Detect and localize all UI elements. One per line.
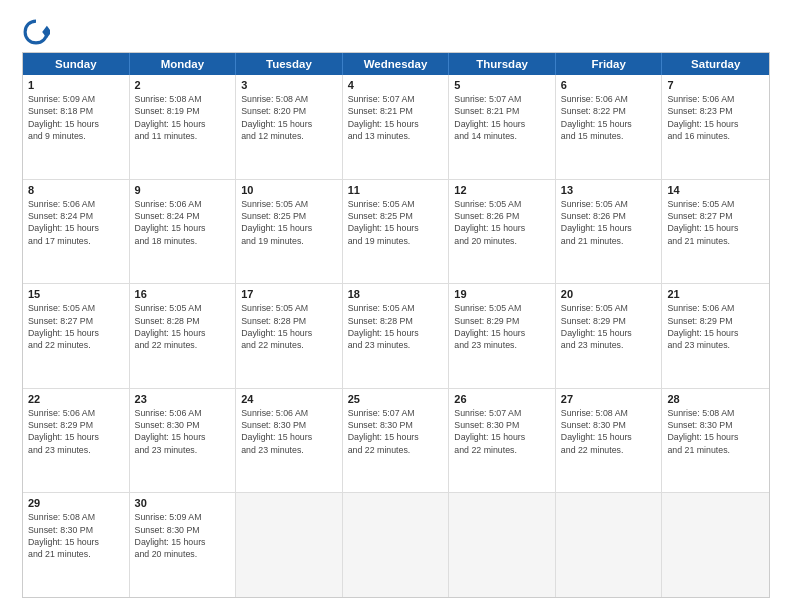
calendar-cell: 12Sunrise: 5:05 AMSunset: 8:26 PMDayligh… bbox=[449, 180, 556, 284]
cell-day-number: 24 bbox=[241, 393, 337, 405]
cell-day-number: 9 bbox=[135, 184, 231, 196]
cell-sun-info: Sunrise: 5:06 AMSunset: 8:30 PMDaylight:… bbox=[135, 407, 231, 456]
calendar-cell bbox=[343, 493, 450, 597]
cell-sun-info: Sunrise: 5:09 AMSunset: 8:30 PMDaylight:… bbox=[135, 511, 231, 560]
cell-day-number: 8 bbox=[28, 184, 124, 196]
calendar-cell bbox=[556, 493, 663, 597]
cell-day-number: 22 bbox=[28, 393, 124, 405]
cell-day-number: 13 bbox=[561, 184, 657, 196]
header-day-sunday: Sunday bbox=[23, 53, 130, 75]
calendar-row-3: 15Sunrise: 5:05 AMSunset: 8:27 PMDayligh… bbox=[23, 283, 769, 388]
cell-sun-info: Sunrise: 5:05 AMSunset: 8:27 PMDaylight:… bbox=[28, 302, 124, 351]
cell-day-number: 16 bbox=[135, 288, 231, 300]
cell-day-number: 18 bbox=[348, 288, 444, 300]
cell-day-number: 30 bbox=[135, 497, 231, 509]
calendar-row-4: 22Sunrise: 5:06 AMSunset: 8:29 PMDayligh… bbox=[23, 388, 769, 493]
cell-day-number: 23 bbox=[135, 393, 231, 405]
calendar-cell: 19Sunrise: 5:05 AMSunset: 8:29 PMDayligh… bbox=[449, 284, 556, 388]
calendar-row-2: 8Sunrise: 5:06 AMSunset: 8:24 PMDaylight… bbox=[23, 179, 769, 284]
cell-day-number: 21 bbox=[667, 288, 764, 300]
cell-sun-info: Sunrise: 5:08 AMSunset: 8:30 PMDaylight:… bbox=[28, 511, 124, 560]
cell-sun-info: Sunrise: 5:05 AMSunset: 8:29 PMDaylight:… bbox=[454, 302, 550, 351]
cell-day-number: 11 bbox=[348, 184, 444, 196]
calendar-cell: 10Sunrise: 5:05 AMSunset: 8:25 PMDayligh… bbox=[236, 180, 343, 284]
header-day-friday: Friday bbox=[556, 53, 663, 75]
cell-day-number: 5 bbox=[454, 79, 550, 91]
cell-sun-info: Sunrise: 5:06 AMSunset: 8:29 PMDaylight:… bbox=[667, 302, 764, 351]
cell-sun-info: Sunrise: 5:05 AMSunset: 8:26 PMDaylight:… bbox=[561, 198, 657, 247]
cell-day-number: 19 bbox=[454, 288, 550, 300]
calendar: SundayMondayTuesdayWednesdayThursdayFrid… bbox=[22, 52, 770, 598]
cell-sun-info: Sunrise: 5:06 AMSunset: 8:22 PMDaylight:… bbox=[561, 93, 657, 142]
cell-sun-info: Sunrise: 5:05 AMSunset: 8:25 PMDaylight:… bbox=[348, 198, 444, 247]
calendar-cell: 28Sunrise: 5:08 AMSunset: 8:30 PMDayligh… bbox=[662, 389, 769, 493]
calendar-cell: 26Sunrise: 5:07 AMSunset: 8:30 PMDayligh… bbox=[449, 389, 556, 493]
cell-sun-info: Sunrise: 5:07 AMSunset: 8:21 PMDaylight:… bbox=[348, 93, 444, 142]
calendar-cell: 11Sunrise: 5:05 AMSunset: 8:25 PMDayligh… bbox=[343, 180, 450, 284]
cell-day-number: 15 bbox=[28, 288, 124, 300]
calendar-cell: 9Sunrise: 5:06 AMSunset: 8:24 PMDaylight… bbox=[130, 180, 237, 284]
cell-sun-info: Sunrise: 5:06 AMSunset: 8:29 PMDaylight:… bbox=[28, 407, 124, 456]
cell-day-number: 12 bbox=[454, 184, 550, 196]
calendar-cell bbox=[236, 493, 343, 597]
cell-day-number: 27 bbox=[561, 393, 657, 405]
header bbox=[22, 18, 770, 46]
cell-day-number: 2 bbox=[135, 79, 231, 91]
cell-sun-info: Sunrise: 5:05 AMSunset: 8:26 PMDaylight:… bbox=[454, 198, 550, 247]
cell-day-number: 26 bbox=[454, 393, 550, 405]
calendar-cell: 1Sunrise: 5:09 AMSunset: 8:18 PMDaylight… bbox=[23, 75, 130, 179]
calendar-cell: 23Sunrise: 5:06 AMSunset: 8:30 PMDayligh… bbox=[130, 389, 237, 493]
calendar-cell: 15Sunrise: 5:05 AMSunset: 8:27 PMDayligh… bbox=[23, 284, 130, 388]
calendar-cell: 16Sunrise: 5:05 AMSunset: 8:28 PMDayligh… bbox=[130, 284, 237, 388]
cell-sun-info: Sunrise: 5:07 AMSunset: 8:30 PMDaylight:… bbox=[348, 407, 444, 456]
logo-icon bbox=[22, 18, 50, 46]
header-day-monday: Monday bbox=[130, 53, 237, 75]
svg-marker-0 bbox=[42, 26, 50, 38]
cell-day-number: 3 bbox=[241, 79, 337, 91]
calendar-cell: 8Sunrise: 5:06 AMSunset: 8:24 PMDaylight… bbox=[23, 180, 130, 284]
cell-sun-info: Sunrise: 5:06 AMSunset: 8:23 PMDaylight:… bbox=[667, 93, 764, 142]
header-day-wednesday: Wednesday bbox=[343, 53, 450, 75]
calendar-cell: 14Sunrise: 5:05 AMSunset: 8:27 PMDayligh… bbox=[662, 180, 769, 284]
calendar-cell: 24Sunrise: 5:06 AMSunset: 8:30 PMDayligh… bbox=[236, 389, 343, 493]
cell-day-number: 1 bbox=[28, 79, 124, 91]
header-day-thursday: Thursday bbox=[449, 53, 556, 75]
cell-sun-info: Sunrise: 5:05 AMSunset: 8:25 PMDaylight:… bbox=[241, 198, 337, 247]
cell-sun-info: Sunrise: 5:06 AMSunset: 8:24 PMDaylight:… bbox=[135, 198, 231, 247]
calendar-row-5: 29Sunrise: 5:08 AMSunset: 8:30 PMDayligh… bbox=[23, 492, 769, 597]
cell-day-number: 6 bbox=[561, 79, 657, 91]
cell-sun-info: Sunrise: 5:08 AMSunset: 8:30 PMDaylight:… bbox=[561, 407, 657, 456]
cell-sun-info: Sunrise: 5:07 AMSunset: 8:30 PMDaylight:… bbox=[454, 407, 550, 456]
calendar-header: SundayMondayTuesdayWednesdayThursdayFrid… bbox=[23, 53, 769, 75]
cell-day-number: 7 bbox=[667, 79, 764, 91]
calendar-cell: 30Sunrise: 5:09 AMSunset: 8:30 PMDayligh… bbox=[130, 493, 237, 597]
cell-day-number: 17 bbox=[241, 288, 337, 300]
cell-day-number: 28 bbox=[667, 393, 764, 405]
cell-sun-info: Sunrise: 5:06 AMSunset: 8:24 PMDaylight:… bbox=[28, 198, 124, 247]
calendar-cell: 4Sunrise: 5:07 AMSunset: 8:21 PMDaylight… bbox=[343, 75, 450, 179]
calendar-cell: 22Sunrise: 5:06 AMSunset: 8:29 PMDayligh… bbox=[23, 389, 130, 493]
cell-sun-info: Sunrise: 5:07 AMSunset: 8:21 PMDaylight:… bbox=[454, 93, 550, 142]
cell-day-number: 4 bbox=[348, 79, 444, 91]
cell-sun-info: Sunrise: 5:06 AMSunset: 8:30 PMDaylight:… bbox=[241, 407, 337, 456]
calendar-cell: 2Sunrise: 5:08 AMSunset: 8:19 PMDaylight… bbox=[130, 75, 237, 179]
calendar-cell: 18Sunrise: 5:05 AMSunset: 8:28 PMDayligh… bbox=[343, 284, 450, 388]
header-day-saturday: Saturday bbox=[662, 53, 769, 75]
calendar-cell bbox=[662, 493, 769, 597]
cell-day-number: 25 bbox=[348, 393, 444, 405]
calendar-cell: 29Sunrise: 5:08 AMSunset: 8:30 PMDayligh… bbox=[23, 493, 130, 597]
logo bbox=[22, 18, 54, 46]
calendar-cell: 3Sunrise: 5:08 AMSunset: 8:20 PMDaylight… bbox=[236, 75, 343, 179]
cell-sun-info: Sunrise: 5:05 AMSunset: 8:28 PMDaylight:… bbox=[135, 302, 231, 351]
calendar-cell: 25Sunrise: 5:07 AMSunset: 8:30 PMDayligh… bbox=[343, 389, 450, 493]
cell-sun-info: Sunrise: 5:08 AMSunset: 8:30 PMDaylight:… bbox=[667, 407, 764, 456]
calendar-cell: 7Sunrise: 5:06 AMSunset: 8:23 PMDaylight… bbox=[662, 75, 769, 179]
cell-day-number: 29 bbox=[28, 497, 124, 509]
cell-sun-info: Sunrise: 5:05 AMSunset: 8:28 PMDaylight:… bbox=[241, 302, 337, 351]
header-day-tuesday: Tuesday bbox=[236, 53, 343, 75]
calendar-cell: 6Sunrise: 5:06 AMSunset: 8:22 PMDaylight… bbox=[556, 75, 663, 179]
calendar-cell: 17Sunrise: 5:05 AMSunset: 8:28 PMDayligh… bbox=[236, 284, 343, 388]
cell-sun-info: Sunrise: 5:08 AMSunset: 8:19 PMDaylight:… bbox=[135, 93, 231, 142]
cell-sun-info: Sunrise: 5:08 AMSunset: 8:20 PMDaylight:… bbox=[241, 93, 337, 142]
calendar-cell: 21Sunrise: 5:06 AMSunset: 8:29 PMDayligh… bbox=[662, 284, 769, 388]
